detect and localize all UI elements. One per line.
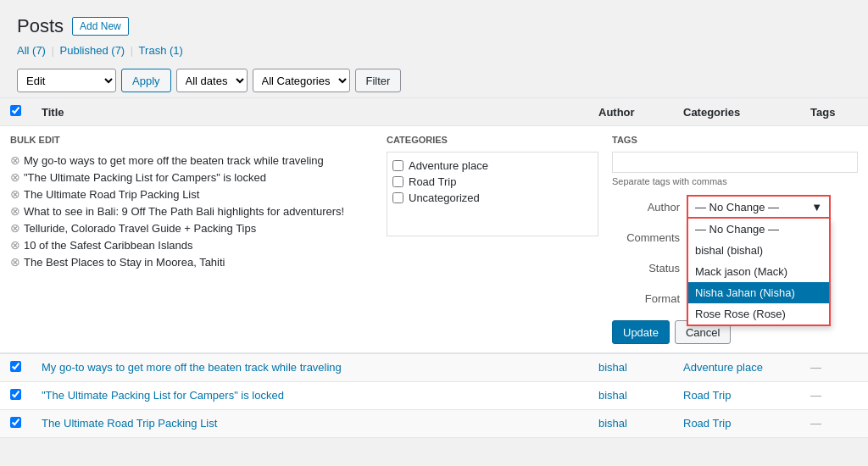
col-author-header: Author bbox=[588, 98, 673, 126]
posts-table: Title Author Categories Tags BULK EDIT bbox=[0, 97, 868, 438]
categories-section-title: Categories bbox=[387, 135, 598, 145]
bulk-edit-title: BULK EDIT bbox=[10, 135, 373, 145]
toolbar: Edit Move to Trash Apply All dates All C… bbox=[0, 64, 868, 97]
page-title: Posts Add New bbox=[17, 8, 851, 41]
tags-section-title: Tags bbox=[612, 135, 858, 145]
bulk-edit-posts-list: ⊗ My go-to ways to get more off the beat… bbox=[10, 152, 373, 270]
category-roadtrip-label[interactable]: Road Trip bbox=[392, 174, 593, 190]
post-tags-1: — bbox=[810, 361, 821, 374]
remove-post-icon[interactable]: ⊗ bbox=[10, 221, 20, 235]
bulk-action-select[interactable]: Edit Move to Trash bbox=[17, 69, 116, 92]
categories-list: Adventure place Road Trip Uncategorized bbox=[387, 152, 598, 236]
bulk-edit-fields: Author — No Change — ▼ — No Change — bbox=[612, 195, 858, 310]
category-roadtrip-checkbox[interactable] bbox=[392, 176, 403, 187]
list-item: ⊗ "The Ultimate Packing List for Campers… bbox=[10, 169, 373, 186]
filter-button[interactable]: Filter bbox=[355, 69, 402, 92]
filter-all-link[interactable]: All (7) bbox=[17, 44, 46, 57]
categories-select[interactable]: All Categories bbox=[253, 69, 350, 92]
author-option-mack[interactable]: Mack jason (Mack) bbox=[688, 261, 829, 282]
post-author-2[interactable]: bishal bbox=[598, 389, 627, 402]
list-item: ⊗ My go-to ways to get more off the beat… bbox=[10, 152, 373, 169]
remove-post-icon[interactable]: ⊗ bbox=[10, 238, 20, 252]
status-field-label: Status bbox=[612, 262, 680, 275]
list-item: ⊗ Telluride, Colorado Travel Guide + Pac… bbox=[10, 219, 373, 236]
list-item: ⊗ The Ultimate Road Trip Packing List bbox=[10, 186, 373, 202]
col-tags-header: Tags bbox=[800, 98, 868, 126]
page-title-text: Posts bbox=[17, 15, 64, 37]
remove-post-icon[interactable]: ⊗ bbox=[10, 153, 20, 167]
author-selected-value: — No Change — bbox=[695, 201, 779, 214]
author-dropdown-arrow: ▼ bbox=[811, 201, 822, 214]
filter-published-link[interactable]: Published (7) bbox=[60, 44, 125, 57]
category-uncategorized-label[interactable]: Uncategorized bbox=[392, 190, 593, 206]
col-categories-header: Categories bbox=[673, 98, 800, 126]
post-checkbox-3[interactable] bbox=[10, 417, 21, 428]
bulk-edit-row: BULK EDIT ⊗ My go-to ways to get more of… bbox=[0, 126, 868, 354]
author-option-nochange[interactable]: — No Change — bbox=[688, 219, 829, 240]
list-item: ⊗ What to see in Bali: 9 Off The Path Ba… bbox=[10, 202, 373, 219]
tags-input[interactable] bbox=[612, 152, 858, 173]
post-category-2[interactable]: Road Trip bbox=[683, 389, 731, 402]
remove-post-icon[interactable]: ⊗ bbox=[10, 255, 20, 269]
filter-trash-link[interactable]: Trash (1) bbox=[139, 44, 183, 57]
table-row: The Ultimate Road Trip Packing List bish… bbox=[0, 410, 868, 438]
author-option-rose[interactable]: Rose Rose (Rose) bbox=[688, 303, 829, 325]
remove-post-icon[interactable]: ⊗ bbox=[10, 187, 20, 201]
list-item: ⊗ The Best Places to Stay in Moorea, Tah… bbox=[10, 253, 373, 270]
author-option-nisha[interactable]: Nisha Jahan (Nisha) bbox=[688, 282, 829, 303]
table-row: "The Ultimate Packing List for Campers" … bbox=[0, 382, 868, 410]
bulk-edit-left: BULK EDIT ⊗ My go-to ways to get more of… bbox=[10, 135, 373, 344]
bulk-edit-right: Tags Separate tags with commas Author bbox=[612, 135, 858, 344]
add-new-button[interactable]: Add New bbox=[72, 17, 129, 36]
table-row: My go-to ways to get more off the beaten… bbox=[0, 354, 868, 382]
tags-hint: Separate tags with commas bbox=[612, 176, 858, 186]
post-author-1[interactable]: bishal bbox=[598, 361, 627, 374]
post-checkbox-1[interactable] bbox=[10, 361, 21, 372]
update-button[interactable]: Update bbox=[612, 320, 670, 344]
author-dropdown-menu: — No Change — bishal (bishal) Mack jason… bbox=[687, 219, 831, 326]
category-adventure-checkbox[interactable] bbox=[392, 160, 403, 171]
format-field-label: Format bbox=[612, 292, 680, 305]
category-adventure-label[interactable]: Adventure place bbox=[392, 158, 593, 174]
author-select-wrapper: — No Change — ▼ — No Change — bishal (bi… bbox=[687, 195, 858, 219]
remove-post-icon[interactable]: ⊗ bbox=[10, 170, 20, 184]
comments-field-label: Comments bbox=[612, 231, 680, 244]
post-category-3[interactable]: Road Trip bbox=[683, 417, 731, 430]
apply-button[interactable]: Apply bbox=[121, 69, 171, 92]
author-dropdown-trigger[interactable]: — No Change — ▼ bbox=[687, 195, 831, 219]
remove-post-icon[interactable]: ⊗ bbox=[10, 204, 20, 218]
filter-links: All (7) | Published (7) | Trash (1) bbox=[17, 41, 851, 64]
post-tags-3: — bbox=[810, 417, 821, 430]
post-title-link-1[interactable]: My go-to ways to get more off the beaten… bbox=[42, 361, 342, 374]
col-title-header: Title bbox=[31, 98, 588, 126]
dates-select[interactable]: All dates bbox=[176, 69, 248, 92]
category-uncategorized-checkbox[interactable] bbox=[392, 192, 403, 203]
author-field-label: Author bbox=[612, 201, 680, 214]
post-tags-2: — bbox=[810, 389, 821, 402]
post-author-3[interactable]: bishal bbox=[598, 417, 627, 430]
post-category-1[interactable]: Adventure place bbox=[683, 361, 763, 374]
author-field-row: Author — No Change — ▼ — No Change — bbox=[612, 195, 858, 219]
post-title-link-2[interactable]: "The Ultimate Packing List for Campers" … bbox=[42, 389, 284, 402]
select-all-checkbox[interactable] bbox=[10, 105, 21, 116]
bulk-edit-categories: Categories Adventure place Road Trip Unc… bbox=[387, 135, 598, 344]
post-title-link-3[interactable]: The Ultimate Road Trip Packing List bbox=[42, 417, 217, 430]
post-checkbox-2[interactable] bbox=[10, 389, 21, 400]
author-option-bishal[interactable]: bishal (bishal) bbox=[688, 240, 829, 261]
list-item: ⊗ 10 of the Safest Caribbean Islands bbox=[10, 236, 373, 253]
